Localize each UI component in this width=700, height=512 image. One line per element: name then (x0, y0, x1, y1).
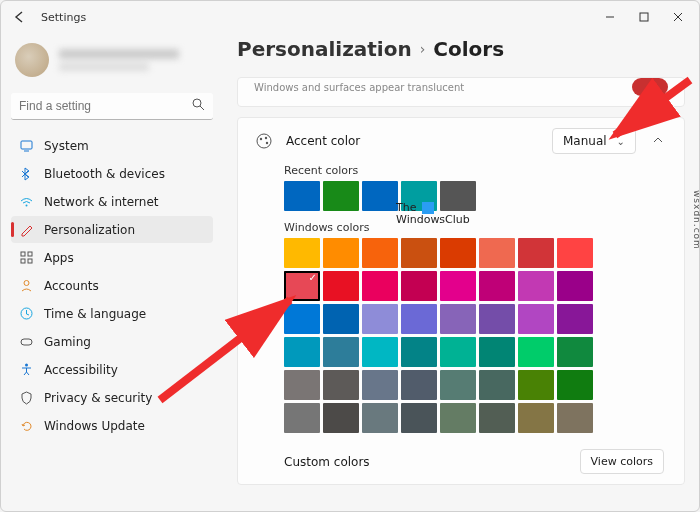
color-swatch[interactable] (518, 304, 554, 334)
color-swatch[interactable] (323, 304, 359, 334)
color-swatch[interactable] (440, 337, 476, 367)
sidebar-item-bluetooth-devices[interactable]: Bluetooth & devices (11, 160, 213, 187)
sidebar-item-accessibility[interactable]: Accessibility (11, 356, 213, 383)
color-swatch[interactable] (557, 337, 593, 367)
color-swatch[interactable] (557, 238, 593, 268)
close-button[interactable] (661, 3, 695, 31)
palette-icon (254, 131, 274, 151)
color-swatch[interactable] (401, 337, 437, 367)
profile-block[interactable] (11, 37, 213, 87)
color-swatch[interactable] (440, 403, 476, 433)
sidebar-item-accounts[interactable]: Accounts (11, 272, 213, 299)
color-swatch[interactable] (479, 403, 515, 433)
color-swatch[interactable] (401, 304, 437, 334)
color-swatch[interactable] (557, 304, 593, 334)
transparency-toggle[interactable] (632, 78, 668, 96)
color-swatch[interactable] (479, 370, 515, 400)
svg-rect-6 (21, 141, 32, 149)
sidebar-item-label: Personalization (44, 223, 135, 237)
recent-color-swatch[interactable] (362, 181, 398, 211)
chevron-right-icon: › (420, 41, 426, 57)
color-swatch[interactable] (518, 238, 554, 268)
color-swatch[interactable] (401, 238, 437, 268)
color-swatch[interactable] (362, 370, 398, 400)
color-swatch[interactable] (323, 238, 359, 268)
color-swatch[interactable] (479, 304, 515, 334)
sidebar-item-network-internet[interactable]: Network & internet (11, 188, 213, 215)
maximize-button[interactable] (627, 3, 661, 31)
sidebar-item-label: Network & internet (44, 195, 159, 209)
minimize-button[interactable] (593, 3, 627, 31)
sidebar-item-time-language[interactable]: Time & language (11, 300, 213, 327)
breadcrumb-parent[interactable]: Personalization (237, 37, 412, 61)
color-swatch[interactable] (479, 337, 515, 367)
source-watermark: wsxdn.com (692, 190, 700, 250)
settings-window: Settings SystemBluetooth & devi (0, 0, 700, 512)
svg-line-5 (200, 106, 204, 110)
sidebar-item-personalization[interactable]: Personalization (11, 216, 213, 243)
accounts-icon (19, 278, 34, 293)
profile-info (59, 49, 179, 71)
color-swatch[interactable] (401, 370, 437, 400)
color-swatch[interactable] (323, 271, 359, 301)
sidebar-item-label: Apps (44, 251, 74, 265)
window-title: Settings (41, 11, 86, 24)
color-swatch[interactable] (401, 271, 437, 301)
color-swatch[interactable] (362, 403, 398, 433)
color-swatch[interactable] (440, 304, 476, 334)
color-swatch[interactable] (557, 370, 593, 400)
accessibility-icon (19, 362, 34, 377)
color-swatch[interactable] (284, 271, 320, 301)
color-swatch[interactable] (479, 238, 515, 268)
back-button[interactable] (9, 6, 31, 28)
sidebar-item-privacy-security[interactable]: Privacy & security (11, 384, 213, 411)
svg-point-20 (266, 142, 268, 144)
color-swatch[interactable] (284, 337, 320, 367)
svg-rect-10 (28, 252, 32, 256)
color-swatch[interactable] (362, 304, 398, 334)
color-swatch[interactable] (518, 370, 554, 400)
accent-mode-select[interactable]: Manual ⌄ (552, 128, 636, 154)
color-swatch[interactable] (362, 238, 398, 268)
color-swatch[interactable] (362, 271, 398, 301)
recent-color-swatch[interactable] (284, 181, 320, 211)
sidebar-item-system[interactable]: System (11, 132, 213, 159)
color-swatch[interactable] (557, 403, 593, 433)
recent-color-swatch[interactable] (323, 181, 359, 211)
color-swatch[interactable] (323, 337, 359, 367)
system-icon (19, 138, 34, 153)
custom-colors-label: Custom colors (284, 455, 370, 469)
minimize-icon (605, 12, 615, 22)
color-swatch[interactable] (362, 337, 398, 367)
apps-icon (19, 250, 34, 265)
time-icon (19, 306, 34, 321)
view-colors-button[interactable]: View colors (580, 449, 664, 474)
color-swatch[interactable] (284, 403, 320, 433)
color-swatch[interactable] (401, 403, 437, 433)
transparency-card[interactable]: Windows and surfaces appear translucent (237, 77, 685, 107)
color-swatch[interactable] (323, 370, 359, 400)
color-swatch[interactable] (440, 271, 476, 301)
color-swatch[interactable] (440, 370, 476, 400)
accent-label: Accent color (286, 134, 540, 148)
sidebar-item-gaming[interactable]: Gaming (11, 328, 213, 355)
color-swatch[interactable] (479, 271, 515, 301)
color-swatch[interactable] (557, 271, 593, 301)
titlebar: Settings (1, 1, 699, 33)
color-swatch[interactable] (518, 337, 554, 367)
windows-colors-label: Windows colors (284, 221, 668, 234)
color-swatch[interactable] (323, 403, 359, 433)
accent-color-card: Accent color Manual ⌄ Recent colors Wind… (237, 117, 685, 485)
breadcrumb-current: Colors (433, 37, 504, 61)
color-swatch[interactable] (284, 370, 320, 400)
color-swatch[interactable] (284, 238, 320, 268)
color-swatch[interactable] (440, 238, 476, 268)
sidebar-item-apps[interactable]: Apps (11, 244, 213, 271)
search-input[interactable] (11, 93, 213, 120)
color-swatch[interactable] (518, 403, 554, 433)
color-swatch[interactable] (284, 304, 320, 334)
collapse-button[interactable] (648, 134, 668, 149)
sidebar-item-windows-update[interactable]: Windows Update (11, 412, 213, 439)
search-box[interactable] (11, 93, 213, 120)
color-swatch[interactable] (518, 271, 554, 301)
